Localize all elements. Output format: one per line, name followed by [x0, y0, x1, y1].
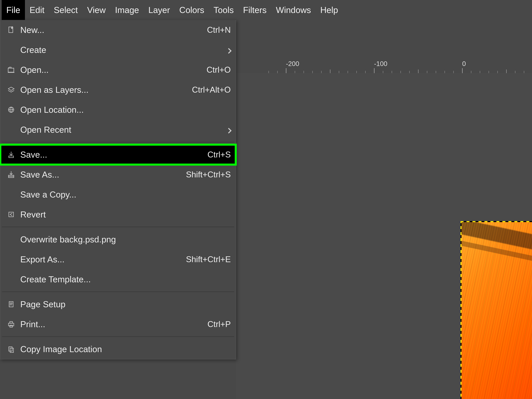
menu-item-label: Open...: [19, 65, 177, 75]
menu-label: Windows: [276, 5, 311, 15]
canvas-area[interactable]: [236, 73, 532, 399]
menu-item-create-template[interactable]: Create Template...: [0, 269, 236, 289]
menu-item-open-recent[interactable]: Open Recent: [0, 120, 236, 140]
menu-item-page-setup[interactable]: Page Setup: [0, 294, 236, 314]
menu-edit[interactable]: Edit: [25, 0, 49, 20]
menu-item-shortcut: Ctrl+N: [177, 25, 231, 35]
ruler-tick: [515, 71, 515, 73]
ruler-tick: [489, 71, 489, 73]
ruler-tick: [400, 71, 401, 73]
svg-rect-13: [9, 302, 13, 307]
menu-item-print[interactable]: Print... Ctrl+P: [0, 314, 236, 334]
menu-item-shortcut: Shift+Ctrl+E: [177, 254, 231, 264]
menu-label: Select: [54, 5, 78, 15]
menu-item-copy-image-location[interactable]: Copy Image Location: [0, 339, 236, 359]
menu-item-label: Print...: [19, 319, 177, 329]
menu-item-shortcut: Shift+Ctrl+S: [177, 170, 231, 179]
menu-item-label: Open as Layers...: [19, 85, 177, 95]
menu-label: File: [6, 5, 20, 15]
ruler-tick: [277, 71, 278, 73]
submenu-arrow-icon: [224, 125, 231, 135]
ruler-tick: [444, 71, 445, 73]
globe-icon: [4, 106, 19, 114]
open-file-icon: [4, 66, 19, 74]
revert-icon: [4, 210, 19, 218]
submenu-arrow-icon: [224, 45, 231, 55]
ruler-tick: [348, 71, 348, 73]
menu-tools[interactable]: Tools: [209, 0, 238, 20]
menu-separator: [2, 336, 234, 337]
copy-icon: [4, 345, 19, 353]
save-icon: [4, 151, 19, 158]
menu-view[interactable]: View: [82, 0, 110, 20]
menu-item-save-a-copy[interactable]: Save a Copy...: [0, 184, 236, 204]
image-texture: [461, 221, 532, 399]
menu-item-new[interactable]: New... Ctrl+N: [0, 20, 236, 40]
ruler-label: -100: [374, 60, 387, 68]
ruler-tick: [268, 71, 269, 73]
open-image[interactable]: [461, 221, 532, 399]
menu-select[interactable]: Select: [49, 0, 82, 20]
save-as-icon: [4, 171, 19, 178]
ruler-tick: [409, 71, 410, 73]
svg-rect-8: [9, 156, 13, 158]
menu-item-create[interactable]: Create: [0, 40, 236, 60]
ruler-tick: [365, 71, 366, 73]
menu-item-label: New...: [19, 25, 177, 35]
menu-item-label: Open Location...: [19, 105, 177, 115]
ruler-tick: [462, 68, 462, 73]
menu-item-export-as[interactable]: Export As... Shift+Ctrl+E: [0, 249, 236, 269]
menu-layer[interactable]: Layer: [144, 0, 175, 20]
menu-item-shortcut: Ctrl+O: [177, 65, 231, 75]
menu-label: Help: [320, 5, 338, 15]
menu-separator: [2, 227, 234, 227]
menu-item-save-as[interactable]: Save As... Shift+Ctrl+S: [0, 165, 236, 184]
svg-rect-3: [8, 68, 14, 72]
menu-item-label: Copy Image Location: [19, 344, 177, 354]
ruler-tick: [471, 71, 471, 73]
svg-rect-12: [9, 212, 13, 217]
menu-help[interactable]: Help: [316, 0, 343, 20]
menu-item-open-location[interactable]: Open Location...: [0, 100, 236, 120]
menu-label: Filters: [243, 5, 267, 15]
ruler-tick: [330, 70, 330, 73]
menu-item-label: Page Setup: [19, 299, 177, 309]
menu-item-label: Save a Copy...: [19, 190, 177, 200]
menu-item-shortcut: Ctrl+P: [177, 319, 231, 329]
menu-item-revert[interactable]: Revert: [0, 204, 236, 224]
layers-icon: [4, 86, 19, 94]
menu-item-save[interactable]: Save... Ctrl+S: [0, 145, 236, 165]
svg-rect-17: [8, 323, 14, 326]
new-file-icon: [4, 26, 19, 34]
menubar: File Edit Select View Image Layer Colors…: [0, 0, 532, 20]
menu-separator: [2, 142, 234, 142]
svg-rect-19: [10, 325, 13, 327]
ruler-tick: [418, 70, 418, 73]
page-setup-icon: [4, 300, 19, 308]
menu-image[interactable]: Image: [110, 0, 144, 20]
menu-separator: [2, 291, 234, 292]
menu-file[interactable]: File: [2, 0, 25, 20]
menu-colors[interactable]: Colors: [175, 0, 209, 20]
menu-item-open[interactable]: Open... Ctrl+O: [0, 60, 236, 80]
menu-filters[interactable]: Filters: [238, 0, 271, 20]
menu-item-label: Export As...: [19, 254, 177, 264]
menu-item-open-as-layers[interactable]: Open as Layers... Ctrl+Alt+O: [0, 80, 236, 100]
ruler-tick: [436, 71, 436, 73]
menu-item-label: Create Template...: [19, 274, 177, 284]
file-menu-dropdown: New... Ctrl+N Create Open... Ctrl+O Open…: [0, 20, 236, 359]
menu-item-label: Revert: [19, 209, 177, 219]
ruler-tick: [304, 71, 304, 73]
ruler-tick: [383, 71, 383, 73]
ruler-tick: [497, 71, 498, 73]
menu-item-label: Save...: [19, 150, 177, 160]
menu-label: Layer: [148, 5, 170, 15]
menu-label: View: [87, 5, 106, 15]
menu-item-label: Overwrite backg.psd.png: [19, 234, 177, 244]
menu-item-overwrite[interactable]: Overwrite backg.psd.png: [0, 229, 236, 249]
svg-rect-21: [10, 348, 13, 352]
menu-windows[interactable]: Windows: [271, 0, 316, 20]
ruler-tick: [286, 68, 286, 73]
menu-item-shortcut: Ctrl+S: [177, 150, 231, 159]
svg-rect-18: [10, 322, 13, 323]
